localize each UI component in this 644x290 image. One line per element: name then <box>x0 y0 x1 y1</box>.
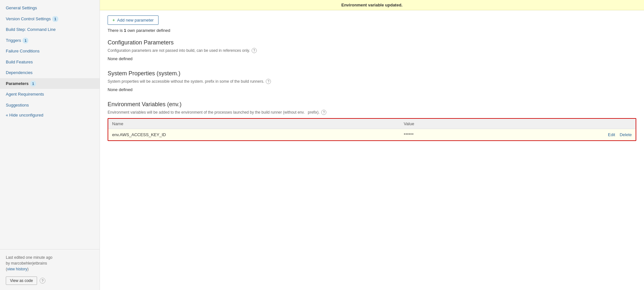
sidebar-nav: General SettingsVersion Control Settings… <box>0 0 100 249</box>
last-edited-text: Last edited one minute ago by marcobehle… <box>6 255 94 272</box>
content-area: + Add new parameter There is 1 own param… <box>100 10 644 290</box>
view-history-link[interactable]: view history <box>7 267 27 271</box>
add-param-label: Add new parameter <box>116 18 154 23</box>
notification-bar: Environment variable updated. <box>100 0 644 10</box>
env-col-name: Name <box>108 119 400 129</box>
env-col-value: Value <box>400 119 486 129</box>
config-params-help-icon[interactable]: ? <box>252 48 257 53</box>
env-row-value: ****** <box>400 129 486 141</box>
environment-variables-title: Environment Variables (env.) <box>108 101 636 108</box>
system-properties-section: System Properties (system.) System prope… <box>108 70 636 92</box>
env-col-actions <box>486 119 636 129</box>
sidebar-badge-version-control-settings: 1 <box>52 16 58 22</box>
sidebar-item-dependencies[interactable]: Dependencies <box>0 67 100 78</box>
sidebar-item-parameters[interactable]: Parameters1 <box>0 78 100 89</box>
main-content: Environment variable updated. + Add new … <box>100 0 644 290</box>
system-properties-desc: System properties will be accessible wit… <box>108 79 636 84</box>
view-as-code-help-icon[interactable]: ? <box>40 278 45 284</box>
env-table-body: env.AWS_ACCESS_KEY_ID******EditDelete <box>108 129 636 141</box>
last-edited-time: one minute ago <box>26 255 53 260</box>
sidebar-item-suggestions[interactable]: Suggestions <box>0 100 100 111</box>
env-vars-help-icon[interactable]: ? <box>321 110 326 115</box>
configuration-parameters-section: Configuration Parameters Configuration p… <box>108 39 636 61</box>
env-variables-table: Name Value env.AWS_ACCESS_KEY_ID******Ed… <box>108 119 636 140</box>
sidebar-item-general-settings[interactable]: General Settings <box>0 3 100 14</box>
env-vars-desc-part2: prefix). <box>308 110 320 115</box>
hide-unconfigured-link[interactable]: « Hide unconfigured <box>0 110 100 120</box>
param-count-text: There is 1 own parameter defined <box>108 28 636 33</box>
environment-variables-section: Environment Variables (env.) Environment… <box>108 101 636 141</box>
sidebar: General SettingsVersion Control Settings… <box>0 0 100 290</box>
sidebar-badge-triggers: 1 <box>23 38 28 44</box>
view-as-code-button[interactable]: View as code <box>6 276 37 285</box>
sidebar-footer: Last edited one minute ago by marcobehle… <box>0 249 100 290</box>
env-edit-button[interactable]: Edit <box>608 132 615 137</box>
configuration-parameters-none: None defined <box>108 56 636 61</box>
system-properties-desc-text: System properties will be accessible wit… <box>108 79 264 84</box>
env-table-row: env.AWS_ACCESS_KEY_ID******EditDelete <box>108 129 636 141</box>
sidebar-footer-actions: View as code ? <box>6 276 94 285</box>
configuration-parameters-title: Configuration Parameters <box>108 39 636 46</box>
sidebar-item-failure-conditions[interactable]: Failure Conditions <box>0 46 100 57</box>
env-row-name: env.AWS_ACCESS_KEY_ID <box>108 129 400 141</box>
sidebar-item-agent-requirements[interactable]: Agent Requirements <box>0 89 100 100</box>
configuration-parameters-desc: Configuration parameters are not passed … <box>108 48 636 53</box>
env-delete-button[interactable]: Delete <box>620 132 632 137</box>
last-edited-prefix: Last edited <box>6 255 25 260</box>
env-table-header-row: Name Value <box>108 119 636 129</box>
add-new-parameter-button[interactable]: + Add new parameter <box>108 15 159 25</box>
plus-icon: + <box>112 18 115 23</box>
sidebar-item-triggers[interactable]: Triggers1 <box>0 35 100 46</box>
sidebar-item-build-step-command-line[interactable]: Build Step: Command Line <box>0 24 100 35</box>
system-properties-none: None defined <box>108 87 636 92</box>
environment-variables-desc: Environment variables will be added to t… <box>108 110 636 115</box>
param-count-text-after: own parameter defined <box>126 28 170 33</box>
last-edited-by: by marcobehlerjetbrains <box>6 261 47 266</box>
env-vars-desc-part1: Environment variables will be added to t… <box>108 110 304 115</box>
system-props-help-icon[interactable]: ? <box>266 79 271 84</box>
system-properties-title: System Properties (system.) <box>108 70 636 77</box>
sidebar-badge-parameters: 1 <box>30 81 36 87</box>
env-row-actions: EditDelete <box>490 132 632 137</box>
env-variables-table-wrapper: Name Value env.AWS_ACCESS_KEY_ID******Ed… <box>108 118 636 141</box>
param-count-text-before: There is <box>108 28 124 33</box>
configuration-parameters-desc-text: Configuration parameters are not passed … <box>108 48 250 53</box>
env-row-actions-cell: EditDelete <box>486 129 636 141</box>
param-count: 1 <box>124 28 126 33</box>
sidebar-item-build-features[interactable]: Build Features <box>0 57 100 68</box>
env-table-header: Name Value <box>108 119 636 129</box>
sidebar-item-version-control-settings[interactable]: Version Control Settings1 <box>0 14 100 24</box>
